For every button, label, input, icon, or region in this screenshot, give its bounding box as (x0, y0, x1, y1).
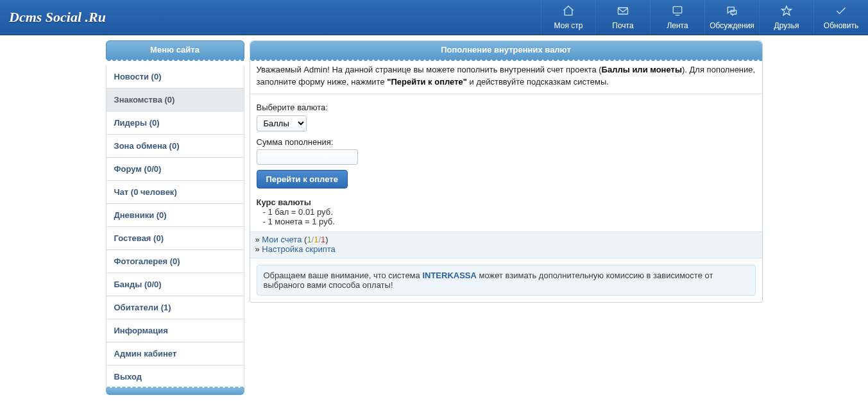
menu-chat[interactable]: Чат (0 человек) (106, 181, 244, 203)
notice-keyword: INTERKASSA (422, 271, 477, 280)
sidebar-footer-decor (106, 389, 244, 395)
star-icon (780, 4, 793, 19)
commission-notice: Обращаем ваше внимание, что система INTE… (257, 265, 756, 296)
intro-bold-currencies: Баллы или монеты (602, 65, 682, 74)
nav-refresh[interactable]: Обновить (813, 0, 868, 35)
menu-gangs[interactable]: Банды (0/0) (106, 273, 244, 296)
nav-label: Обновить (824, 21, 858, 30)
feed-icon (671, 4, 684, 19)
nav-label: Лента (667, 21, 688, 30)
currency-label: Выберите валюта: (257, 102, 756, 114)
rate-line: - 1 бал = 0.01 руб. (257, 207, 756, 217)
rate-line: - 1 монета = 1 руб. (257, 217, 756, 226)
intro-bold-action: "Перейти к оплете" (387, 77, 467, 87)
quick-links: » Мои счета (1/1/1) » Настройка скрипта (250, 231, 762, 258)
nav-label: Почта (612, 21, 633, 30)
menu-news[interactable]: Новости (0) (106, 65, 244, 88)
svg-rect-1 (673, 6, 681, 13)
menu-users[interactable]: Обитатели (1) (106, 296, 244, 319)
intro-post: и действвуйте подсказкам системы. (467, 77, 609, 87)
raquo-icon: » (255, 244, 260, 254)
amount-input[interactable] (257, 149, 358, 165)
menu-info[interactable]: Информация (106, 319, 244, 342)
menu-dating[interactable]: Знакомства (0) (106, 88, 244, 111)
menu-exchange[interactable]: Зона обмена (0) (106, 135, 244, 157)
nav-label: Обсуждения (710, 21, 754, 30)
nav-mail[interactable]: Почта (595, 0, 650, 35)
notice-pre: Обращаем ваше внимание, что система (264, 271, 423, 280)
link-label: Мои счета (262, 235, 302, 244)
topup-form: Выберите валюта: Баллы Сумма пополнения:… (250, 94, 762, 194)
nav-feed[interactable]: Лента (650, 0, 704, 35)
menu-gallery[interactable]: Фотогалерея (0) (106, 250, 244, 273)
rates-title: Курс валюты (257, 197, 756, 207)
amount-label: Сумма пополнения: (257, 137, 756, 149)
intro-pre: Уважаемый Admin! На данной странице вы м… (257, 65, 602, 74)
home-icon (562, 4, 575, 19)
intro-text: Уважаемый Admin! На данной странице вы м… (250, 59, 762, 94)
count-red: 1 (321, 235, 325, 244)
menu-forum[interactable]: Форум (0/0) (106, 158, 244, 180)
main-panel: Пополнение внутренних валют Уважаемый Ad… (250, 40, 763, 303)
sidebar-title: Меню сайта (106, 40, 244, 59)
main-title: Пополнение внутренних валют (250, 41, 762, 59)
submit-button[interactable]: Перейти к оплете (257, 170, 348, 189)
check-icon (835, 4, 847, 19)
site-logo[interactable]: Dcms Social .Ru (0, 0, 541, 35)
topbar: Dcms Social .Ru Моя стр Почта Лента Обсу… (0, 0, 868, 35)
nav-label: Моя стр (554, 21, 583, 30)
accounts-counts: (1/1/1) (304, 235, 328, 244)
top-nav: Моя стр Почта Лента Обсуждения Друзья (541, 0, 868, 35)
nav-talks[interactable]: Обсуждения (704, 0, 759, 35)
nav-label: Друзья (774, 21, 799, 30)
link-my-accounts[interactable]: Мои счета (262, 235, 304, 244)
link-script-settings[interactable]: Настройка скрипта (262, 244, 335, 254)
main: Пополнение внутренних валют Уважаемый Ad… (250, 40, 763, 303)
sidebar: Меню сайта Новости (0) Знакомства (0) Ли… (106, 40, 244, 395)
mail-icon (617, 4, 629, 19)
svg-rect-0 (618, 8, 628, 14)
menu-admin[interactable]: Админ кабинет (106, 342, 244, 365)
nav-mypage[interactable]: Моя стр (541, 0, 595, 35)
chat-icon (726, 4, 738, 19)
sidebar-menu: Новости (0) Знакомства (0) Лидеры (0) Зо… (106, 65, 244, 389)
menu-guestbook[interactable]: Гостевая (0) (106, 227, 244, 249)
count-green: 1 (307, 235, 311, 244)
raquo-icon: » (255, 235, 260, 244)
menu-diaries[interactable]: Дневники (0) (106, 204, 244, 226)
nav-friends[interactable]: Друзья (759, 0, 813, 35)
rates-block: Курс валюты - 1 бал = 0.01 руб. - 1 моне… (250, 194, 762, 231)
currency-select[interactable]: Баллы (257, 115, 307, 131)
menu-leaders[interactable]: Лидеры (0) (106, 112, 244, 134)
